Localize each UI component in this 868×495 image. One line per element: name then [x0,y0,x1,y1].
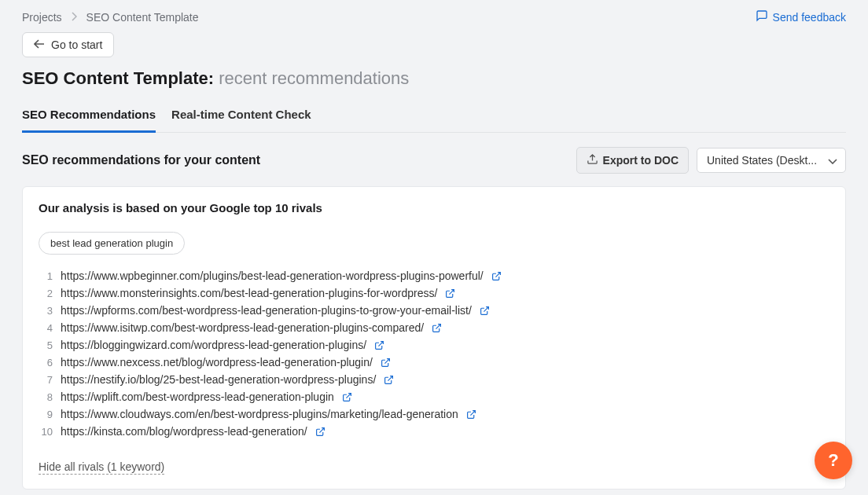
help-fab[interactable]: ? [815,442,852,479]
rival-row: 8https://wplift.com/best-wordpress-lead-… [39,388,829,405]
external-link-icon[interactable] [381,358,391,368]
feedback-icon [756,9,768,24]
chevron-right-icon [72,11,77,24]
rival-row: 6https://www.nexcess.net/blog/wordpress-… [39,354,829,371]
rival-num: 4 [39,322,53,334]
external-link-icon[interactable] [315,427,326,437]
section-heading: SEO recommendations for your content [22,153,260,167]
rival-row: 7https://nestify.io/blog/25-best-lead-ge… [39,371,829,388]
rival-url: https://www.cloudways.com/en/best-wordpr… [61,408,458,420]
breadcrumb: Projects SEO Content Template [22,11,199,24]
rival-num: 7 [39,374,53,386]
external-link-icon[interactable] [384,375,394,385]
rival-row: 5https://bloggingwizard.com/wordpress-le… [39,336,829,354]
rival-num: 6 [39,357,53,368]
page-title: SEO Content Template: recent recommendat… [22,68,846,89]
external-link-icon[interactable] [491,271,502,281]
tab-seo-recommendations[interactable]: SEO Recommendations [22,108,156,133]
rival-url: https://nestify.io/blog/25-best-lead-gen… [61,373,376,386]
rival-num: 5 [39,339,53,351]
rival-url: https://www.nexcess.net/blog/wordpress-l… [61,356,373,368]
rival-num: 2 [39,288,53,299]
rival-row: 9https://www.cloudways.com/en/best-wordp… [39,405,829,423]
arrow-left-icon [34,38,45,51]
rival-url: https://kinsta.com/blog/wordpress-lead-g… [61,425,307,438]
rival-url: https://wpforms.com/best-wordpress-lead-… [61,304,472,317]
panel-title: Our analysis is based on your Google top… [39,201,829,214]
keyword-pill[interactable]: best lead generation plugin [39,232,185,255]
rivals-list: 1https://www.wpbeginner.com/plugins/best… [39,267,829,440]
rivals-panel: Our analysis is based on your Google top… [22,186,846,490]
external-link-icon[interactable] [342,392,352,402]
rival-row: 4https://www.isitwp.com/best-wordpress-l… [39,319,829,336]
hide-rivals-link[interactable]: Hide all rivals (1 keyword) [39,460,164,475]
external-link-icon[interactable] [480,306,490,316]
country-select[interactable]: United States (Deskt... [697,148,846,173]
rival-url: https://wplift.com/best-wordpress-lead-g… [61,390,334,403]
country-select-label: United States (Deskt... [707,154,817,167]
export-to-doc-button[interactable]: Export to DOC [576,147,689,174]
rival-row: 10https://kinsta.com/blog/wordpress-lead… [39,423,829,440]
send-feedback-label: Send feedback [773,11,846,24]
breadcrumb-root[interactable]: Projects [22,11,62,24]
external-link-icon[interactable] [445,288,455,299]
external-link-icon[interactable] [374,340,384,350]
rival-num: 3 [39,305,53,317]
rival-row: 2https://www.monsterinsights.com/best-le… [39,284,829,302]
send-feedback-link[interactable]: Send feedback [756,9,846,24]
go-to-start-label: Go to start [51,38,102,51]
external-link-icon[interactable] [466,409,476,420]
upload-icon [587,153,598,167]
rival-url: https://www.monsterinsights.com/best-lea… [61,287,437,299]
tabs: SEO Recommendations Real-time Content Ch… [22,108,846,133]
rival-num: 10 [39,426,53,438]
rival-row: 1https://www.wpbeginner.com/plugins/best… [39,267,829,284]
rival-num: 1 [39,270,53,282]
go-to-start-button[interactable]: Go to start [22,32,114,57]
rival-url: https://www.wpbeginner.com/plugins/best-… [61,270,484,282]
export-label: Export to DOC [603,154,679,167]
breadcrumb-current[interactable]: SEO Content Template [86,11,199,24]
rival-row: 3https://wpforms.com/best-wordpress-lead… [39,302,829,319]
tab-content-check[interactable]: Real-time Content Check [171,108,311,132]
rival-num: 8 [39,391,53,403]
rival-url: https://bloggingwizard.com/wordpress-lea… [61,339,366,351]
external-link-icon[interactable] [432,323,442,333]
chevron-down-icon [828,154,837,167]
rival-num: 9 [39,409,53,420]
rival-url: https://www.isitwp.com/best-wordpress-le… [61,321,424,334]
